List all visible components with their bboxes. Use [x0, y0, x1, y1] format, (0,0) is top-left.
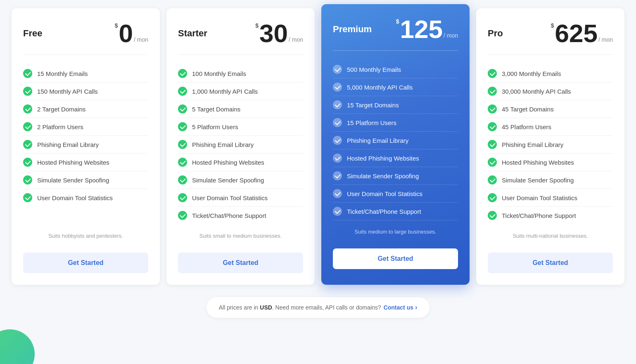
check-icon [488, 211, 497, 220]
plan-price-wrapper-free: $0/ mon [115, 21, 148, 46]
get-started-button-starter[interactable]: Get Started [178, 253, 303, 273]
feature-item: 150 Monthly API Calls [23, 83, 148, 100]
feature-item: 5,000 Monthly API Calls [333, 78, 458, 96]
feature-item: 500 Monthly Emails [333, 61, 458, 78]
plan-description-free: Suits hobbyists and pentesters. [23, 233, 148, 245]
feature-item: Ticket/Chat/Phone Support [488, 207, 613, 224]
features-list-pro: 3,000 Monthly Emails30,000 Monthly API C… [488, 65, 613, 225]
feature-item: Phishing Email Library [488, 136, 613, 154]
feature-text: 100 Monthly Emails [192, 70, 246, 77]
check-icon [23, 158, 32, 167]
feature-text: 150 Monthly API Calls [37, 88, 98, 95]
feature-text: 1,000 Monthly API Calls [192, 88, 258, 95]
feature-item: 1,000 Monthly API Calls [178, 83, 303, 100]
feature-item: Simulate Sender Spoofing [23, 171, 148, 189]
check-icon [23, 69, 32, 78]
feature-text: Hosted Phishing Websites [192, 159, 264, 166]
plan-header-pro: Pro$625/ mon [488, 21, 613, 55]
feature-text: 2 Target Domains [37, 106, 85, 113]
feature-text: 30,000 Monthly API Calls [502, 88, 571, 95]
feature-item: User Domain Tool Statistics [333, 185, 458, 203]
feature-text: User Domain Tool Statistics [347, 190, 422, 197]
feature-item: Hosted Phishing Websites [178, 154, 303, 171]
plan-price-wrapper-premium: $125/ mon [396, 17, 458, 42]
feature-text: Phishing Email Library [192, 141, 254, 148]
feature-item: Hosted Phishing Websites [488, 154, 613, 171]
check-icon [488, 122, 497, 131]
feature-text: 15 Platform Users [347, 119, 396, 126]
feature-item: Simulate Sender Spoofing [178, 171, 303, 189]
feature-text: User Domain Tool Statistics [192, 194, 268, 201]
price-period-free: / mon [134, 36, 148, 43]
check-icon [23, 175, 32, 184]
plan-header-starter: Starter$30/ mon [178, 21, 303, 55]
feature-text: Ticket/Chat/Phone Support [347, 208, 421, 215]
plan-header-free: Free$0/ mon [23, 21, 148, 55]
plan-price-wrapper-starter: $30/ mon [255, 21, 303, 46]
check-icon [178, 158, 187, 167]
check-icon [333, 189, 342, 198]
features-list-free: 15 Monthly Emails150 Monthly API Calls2 … [23, 65, 148, 225]
feature-item: User Domain Tool Statistics [488, 189, 613, 207]
plan-description-pro: Suits multi-national businesses. [488, 233, 613, 245]
check-icon [178, 122, 187, 131]
check-icon [333, 100, 342, 109]
get-started-button-premium[interactable]: Get Started [333, 248, 458, 269]
plan-name-pro: Pro [488, 28, 503, 39]
check-icon [488, 158, 497, 167]
check-icon [178, 175, 187, 184]
feature-item: Phishing Email Library [178, 136, 303, 154]
feature-item: Simulate Sender Spoofing [488, 171, 613, 189]
feature-item: 45 Target Domains [488, 100, 613, 118]
check-icon [23, 87, 32, 96]
feature-item: 15 Target Domains [333, 96, 458, 114]
check-icon [488, 193, 497, 202]
feature-item: 5 Target Domains [178, 100, 303, 118]
feature-item: Ticket/Chat/Phone Support [333, 203, 458, 220]
features-list-premium: 500 Monthly Emails5,000 Monthly API Call… [333, 61, 458, 220]
check-icon [178, 87, 187, 96]
feature-item: 45 Platform Users [488, 118, 613, 136]
get-started-button-free[interactable]: Get Started [23, 253, 148, 273]
plan-card-pro: Pro$625/ mon3,000 Monthly Emails30,000 M… [476, 8, 624, 285]
feature-text: 45 Target Domains [502, 106, 554, 113]
feature-item: 15 Platform Users [333, 114, 458, 132]
price-period-premium: / mon [444, 32, 458, 39]
plan-card-starter: Starter$30/ mon100 Monthly Emails1,000 M… [166, 8, 315, 285]
feature-item: 15 Monthly Emails [23, 65, 148, 83]
feature-item: 30,000 Monthly API Calls [488, 83, 613, 100]
check-icon [488, 104, 497, 113]
feature-item: Hosted Phishing Websites [23, 154, 148, 171]
footer-note: All prices are in USD. Need more emails,… [206, 297, 430, 318]
check-icon [333, 136, 342, 145]
check-icon [488, 69, 497, 78]
plan-name-free: Free [23, 28, 42, 39]
feature-text: 15 Target Domains [347, 102, 399, 109]
plan-name-premium: Premium [333, 24, 372, 35]
check-icon [333, 83, 342, 92]
check-icon [333, 65, 342, 74]
feature-text: Hosted Phishing Websites [37, 159, 109, 166]
get-started-button-pro[interactable]: Get Started [488, 253, 613, 273]
feature-text: 45 Platform Users [502, 123, 551, 130]
price-dollar-free: $ [115, 22, 118, 29]
price-dollar-starter: $ [255, 22, 259, 29]
feature-text: 2 Platform Users [37, 123, 83, 130]
feature-item: 2 Target Domains [23, 100, 148, 118]
plan-header-premium: Premium$125/ mon [333, 17, 458, 51]
plan-price-starter: 30 [259, 21, 288, 46]
feature-text: Hosted Phishing Websites [502, 159, 574, 166]
plan-card-premium: Premium$125/ mon500 Monthly Emails5,000 … [321, 4, 470, 285]
check-icon [333, 154, 342, 163]
contact-us-link[interactable]: Contact us [384, 304, 418, 311]
feature-text: Phishing Email Library [37, 141, 99, 148]
feature-item: 3,000 Monthly Emails [488, 65, 613, 83]
check-icon [23, 104, 32, 113]
plan-price-wrapper-pro: $625/ mon [551, 21, 613, 46]
feature-text: Ticket/Chat/Phone Support [192, 212, 266, 219]
check-icon [488, 175, 497, 184]
feature-item: User Domain Tool Statistics [178, 189, 303, 207]
decorative-circle [0, 329, 35, 364]
check-icon [178, 104, 187, 113]
feature-text: 500 Monthly Emails [347, 66, 401, 73]
